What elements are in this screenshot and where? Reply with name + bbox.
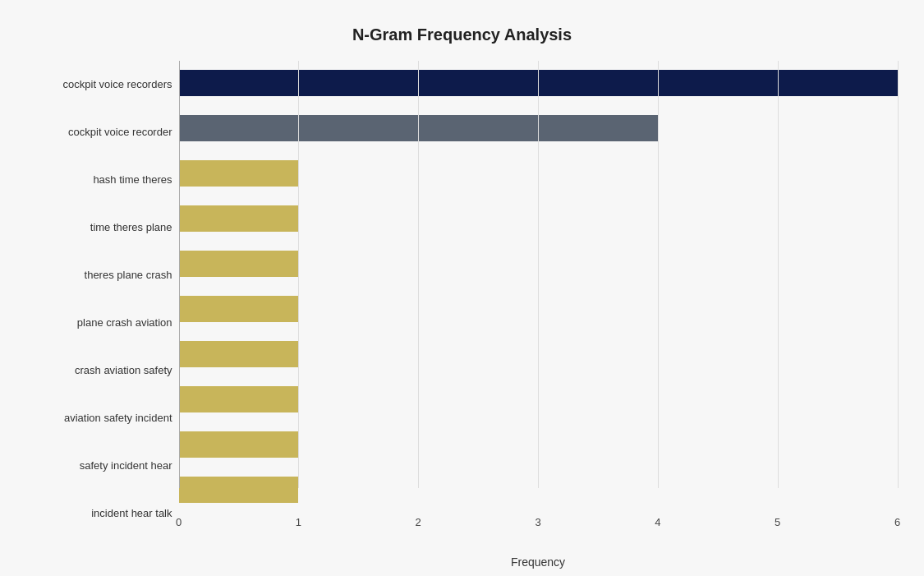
bar bbox=[179, 251, 299, 277]
y-axis-labels: cockpit voice recorderscockpit voice rec… bbox=[27, 61, 179, 537]
bar-row bbox=[179, 334, 898, 375]
x-tick: 1 bbox=[286, 516, 310, 528]
bar-row bbox=[179, 424, 898, 465]
chart-title: N-Gram Frequency Analysis bbox=[27, 25, 898, 44]
y-label: hash time theres bbox=[27, 159, 172, 200]
y-label: safety incident hear bbox=[27, 445, 172, 486]
y-label: cockpit voice recorders bbox=[27, 64, 172, 105]
bar bbox=[179, 386, 299, 412]
bar bbox=[179, 477, 299, 503]
x-axis-label: Frequency bbox=[511, 555, 565, 569]
x-tick: 0 bbox=[167, 516, 191, 528]
bar-row bbox=[179, 62, 898, 104]
bar-row bbox=[179, 243, 898, 284]
x-tick: 5 bbox=[765, 516, 790, 528]
bars-wrapper bbox=[179, 61, 898, 537]
bar bbox=[179, 115, 658, 141]
bar-row bbox=[179, 108, 898, 149]
x-tick: 4 bbox=[646, 516, 670, 528]
chart-container: N-Gram Frequency Analysis cockpit voice … bbox=[11, 9, 914, 568]
bar-row bbox=[179, 379, 898, 420]
grid-line bbox=[898, 61, 899, 488]
y-label: theres plane crash bbox=[27, 255, 172, 296]
x-axis: 0123456 bbox=[179, 513, 898, 537]
y-label: aviation safety incident bbox=[27, 398, 172, 439]
bar bbox=[179, 341, 299, 367]
bar-row bbox=[179, 153, 898, 194]
bar bbox=[179, 160, 299, 187]
y-label: time theres plane bbox=[27, 207, 172, 248]
plot-wrapper: 0123456 Frequency bbox=[179, 61, 898, 537]
x-tick: 3 bbox=[526, 516, 550, 528]
x-tick: 6 bbox=[885, 516, 910, 528]
y-label: crash aviation safety bbox=[27, 350, 172, 391]
bar-row bbox=[179, 198, 898, 239]
bar-row bbox=[179, 288, 898, 329]
bar bbox=[179, 205, 299, 232]
y-label: cockpit voice recorder bbox=[27, 112, 172, 153]
chart-area: cockpit voice recorderscockpit voice rec… bbox=[27, 61, 898, 537]
bar bbox=[179, 431, 299, 458]
y-label: plane crash aviation bbox=[27, 302, 172, 343]
bar bbox=[179, 296, 299, 322]
y-label: incident hear talk bbox=[27, 493, 172, 534]
bar-row bbox=[179, 469, 898, 510]
x-tick: 2 bbox=[406, 516, 430, 528]
bar bbox=[179, 70, 898, 96]
